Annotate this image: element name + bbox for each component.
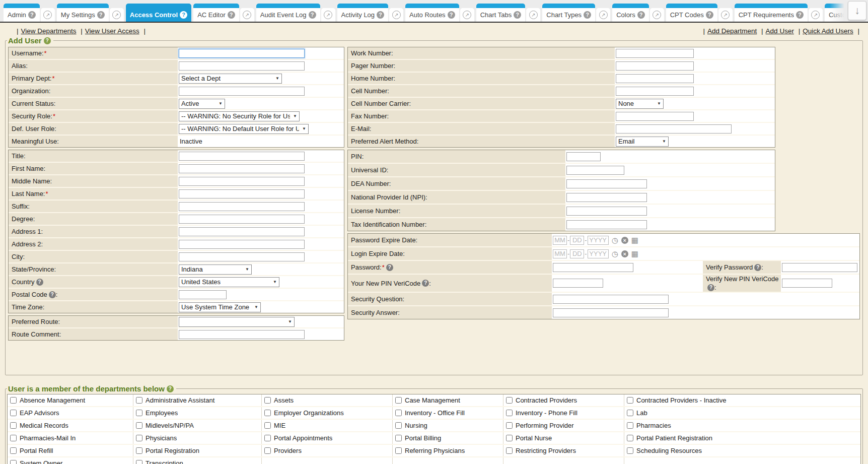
middle-name-input[interactable] bbox=[179, 177, 305, 186]
npi-input[interactable] bbox=[566, 193, 647, 202]
help-icon[interactable]: ? bbox=[228, 11, 235, 19]
alias-input[interactable] bbox=[179, 61, 305, 71]
open-new-window-button[interactable]: ↗ bbox=[321, 8, 335, 22]
verify-password-input[interactable] bbox=[782, 263, 857, 272]
primary-dept-select[interactable]: Select a Dept▼ bbox=[179, 74, 282, 84]
clear-date-icon[interactable]: × bbox=[621, 237, 628, 244]
department-checkbox[interactable] bbox=[136, 447, 142, 454]
address1-input[interactable] bbox=[179, 227, 305, 236]
view-user-access-link[interactable]: View User Access bbox=[85, 27, 139, 35]
postal-code-input[interactable] bbox=[179, 290, 227, 299]
department-checkbox[interactable] bbox=[395, 410, 402, 416]
help-icon[interactable]: ? bbox=[309, 11, 316, 19]
cell-number-input[interactable] bbox=[616, 87, 694, 96]
open-new-window-button[interactable]: ↗ bbox=[718, 8, 733, 22]
open-new-window-button[interactable]: ↗ bbox=[650, 8, 664, 22]
open-new-window-button[interactable]: ↗ bbox=[460, 8, 474, 22]
department-checkbox[interactable] bbox=[136, 435, 142, 441]
verify-pin-vericode-input[interactable] bbox=[782, 279, 832, 288]
help-icon[interactable]: ? bbox=[167, 385, 174, 392]
department-checkbox[interactable] bbox=[136, 410, 142, 416]
department-checkbox[interactable] bbox=[395, 397, 402, 404]
department-checkbox[interactable] bbox=[395, 435, 402, 441]
password-expire-day-input[interactable] bbox=[570, 236, 584, 245]
country-select[interactable]: United States▼ bbox=[179, 277, 279, 287]
department-checkbox[interactable] bbox=[10, 397, 17, 404]
help-icon[interactable]: ? bbox=[707, 284, 714, 291]
pager-number-input[interactable] bbox=[616, 61, 694, 71]
suffix-input[interactable] bbox=[179, 202, 305, 211]
tab-access-control[interactable]: Access Control? bbox=[126, 4, 191, 22]
open-new-window-button[interactable]: ↗ bbox=[809, 8, 823, 22]
current-status-select[interactable]: Active▼ bbox=[179, 99, 225, 109]
security-role-select[interactable]: -- WARNING: No Security Role for User! -… bbox=[179, 111, 300, 121]
time-zone-select[interactable]: Use System Time Zone▼ bbox=[179, 302, 261, 312]
calendar-icon[interactable]: ▦ bbox=[631, 250, 638, 257]
department-checkbox[interactable] bbox=[264, 422, 271, 429]
tab-cpt-codes[interactable]: CPT Codes? bbox=[666, 4, 717, 22]
department-checkbox[interactable] bbox=[627, 422, 633, 429]
department-checkbox[interactable] bbox=[136, 460, 142, 464]
home-number-input[interactable] bbox=[616, 74, 694, 83]
help-icon[interactable]: ? bbox=[422, 280, 429, 287]
quick-add-users-link[interactable]: Quick Add Users bbox=[803, 27, 853, 35]
fax-number-input[interactable] bbox=[616, 112, 694, 121]
help-icon[interactable]: ? bbox=[706, 11, 713, 19]
help-icon[interactable]: ? bbox=[180, 11, 187, 19]
degree-input[interactable] bbox=[179, 215, 305, 224]
tab-activity-log[interactable]: Activity Log? bbox=[337, 4, 388, 22]
calendar-icon[interactable]: ▦ bbox=[631, 236, 638, 244]
preferred-alert-method-select[interactable]: Email▼ bbox=[616, 137, 669, 147]
department-checkbox[interactable] bbox=[136, 422, 142, 429]
help-icon[interactable]: ? bbox=[36, 279, 43, 286]
username-input[interactable] bbox=[179, 49, 305, 58]
help-icon[interactable]: ? bbox=[637, 11, 645, 19]
tab-cpt-requirements[interactable]: CPT Requirements? bbox=[735, 4, 808, 22]
department-checkbox[interactable] bbox=[136, 397, 142, 404]
pin-input[interactable] bbox=[566, 152, 601, 161]
tab-chart-types[interactable]: Chart Types? bbox=[542, 4, 595, 22]
first-name-input[interactable] bbox=[179, 164, 305, 173]
tab-scroll-button[interactable]: ↓ bbox=[848, 1, 866, 20]
tab-auto-routes[interactable]: Auto Routes? bbox=[405, 4, 459, 22]
department-checkbox[interactable] bbox=[506, 435, 513, 441]
department-checkbox[interactable] bbox=[627, 397, 633, 404]
security-question-input[interactable] bbox=[553, 295, 669, 304]
department-checkbox[interactable] bbox=[10, 435, 17, 441]
open-new-window-button[interactable]: ↗ bbox=[596, 8, 610, 22]
help-icon[interactable]: ? bbox=[44, 37, 51, 44]
password-input[interactable] bbox=[553, 263, 633, 272]
tab-customize-truncated[interactable]: Custo bbox=[825, 4, 847, 22]
tab-admin[interactable]: Admin? bbox=[4, 4, 40, 22]
department-checkbox[interactable] bbox=[264, 397, 271, 404]
tab-audit-event-log[interactable]: Audit Event Log? bbox=[256, 4, 320, 22]
department-checkbox[interactable] bbox=[506, 447, 513, 454]
department-checkbox[interactable] bbox=[627, 447, 633, 454]
view-departments-link[interactable]: View Departments bbox=[21, 27, 77, 35]
open-new-window-button[interactable]: ↗ bbox=[110, 8, 124, 22]
tab-my-settings[interactable]: My Settings? bbox=[57, 4, 109, 22]
department-checkbox[interactable] bbox=[506, 410, 513, 416]
tab-ac-editor[interactable]: AC Editor? bbox=[193, 4, 239, 22]
department-checkbox[interactable] bbox=[264, 447, 271, 454]
cell-carrier-select[interactable]: None▼ bbox=[616, 99, 664, 109]
login-expire-day-input[interactable] bbox=[570, 249, 584, 258]
tab-colors[interactable]: Colors? bbox=[612, 4, 649, 22]
city-input[interactable] bbox=[179, 252, 305, 261]
default-user-role-select[interactable]: -- WARNING: No Default User Role for Use… bbox=[179, 124, 309, 134]
help-icon[interactable]: ? bbox=[377, 11, 384, 19]
help-icon[interactable]: ? bbox=[49, 291, 56, 298]
department-checkbox[interactable] bbox=[627, 410, 633, 416]
security-answer-input[interactable] bbox=[553, 308, 669, 317]
tab-chart-tabs[interactable]: Chart Tabs? bbox=[476, 4, 526, 22]
time-picker-icon[interactable]: ◷ bbox=[612, 236, 618, 244]
state-province-select[interactable]: Indiana▼ bbox=[179, 264, 252, 275]
open-new-window-button[interactable]: ↗ bbox=[41, 8, 55, 22]
help-icon[interactable]: ? bbox=[796, 11, 804, 19]
department-checkbox[interactable] bbox=[395, 447, 402, 454]
open-new-window-button[interactable]: ↗ bbox=[526, 8, 540, 22]
last-name-input[interactable] bbox=[179, 189, 305, 198]
department-checkbox[interactable] bbox=[395, 422, 402, 429]
department-checkbox[interactable] bbox=[264, 435, 271, 441]
preferred-route-select[interactable]: ▼ bbox=[179, 317, 295, 327]
